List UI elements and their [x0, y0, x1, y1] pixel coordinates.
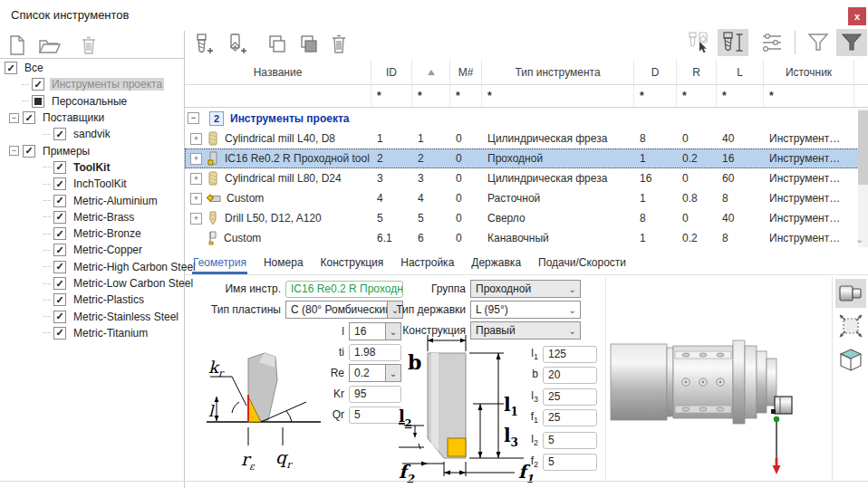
holder-l1-field[interactable]: 125: [543, 346, 597, 363]
column-header-sort[interactable]: [412, 60, 450, 84]
plate-type-select[interactable]: C (80° Ромбический ⌄: [285, 301, 403, 319]
tab-numbers[interactable]: Номера: [263, 254, 304, 274]
tree-item-metric-plastics[interactable]: Metric-Plastics: [0, 292, 183, 308]
holder-type-select[interactable]: L (95°) ⌄: [470, 301, 581, 319]
add-turning-tool-button[interactable]: [227, 33, 248, 56]
filter-cell[interactable]: *: [764, 85, 854, 107]
insert-re-select[interactable]: 0.2 ⌄: [349, 364, 401, 382]
column-header-m[interactable]: M#: [450, 60, 482, 84]
column-header-source[interactable]: Источник: [764, 60, 854, 84]
filter-cell[interactable]: *: [412, 85, 450, 107]
holder-f2-field[interactable]: 5: [543, 454, 597, 471]
tab-feeds-speeds[interactable]: Подачи/Скорости: [537, 254, 627, 274]
holder-l2-field[interactable]: 5: [543, 432, 597, 449]
checkbox-partial[interactable]: [32, 95, 44, 108]
view-3d-button[interactable]: [835, 279, 866, 308]
tab-geometry[interactable]: Геометрия: [192, 254, 247, 274]
holder-f1-field[interactable]: 25: [543, 409, 597, 426]
close-button[interactable]: x: [848, 7, 866, 25]
expand-row-icon[interactable]: +: [190, 213, 202, 225]
tree-item-inchtoolkit[interactable]: InchToolKit: [0, 176, 183, 192]
table-row-selected[interactable]: + IC16 Re0.2 R Проходной tool 2 2 0 Прох…: [185, 148, 868, 168]
group-select[interactable]: Проходной ⌄: [470, 280, 581, 298]
expand-row-icon[interactable]: +: [190, 153, 202, 165]
checkbox-checked[interactable]: [32, 78, 44, 91]
column-header-l[interactable]: L: [717, 60, 764, 84]
filter-cell[interactable]: *: [634, 85, 677, 107]
insert-qr-field[interactable]: 5: [349, 407, 401, 424]
tab-holder[interactable]: Державка: [470, 254, 522, 274]
filter-cell[interactable]: *: [677, 85, 717, 107]
pick-tool-from-screen-button[interactable]: [685, 29, 714, 56]
checkbox-checked[interactable]: [53, 293, 66, 306]
filter-cell-name[interactable]: [185, 85, 371, 107]
tree-item-toolkit[interactable]: ToolKit: [0, 159, 183, 176]
checkbox-checked[interactable]: [5, 62, 17, 74]
column-header-d[interactable]: D: [634, 60, 677, 84]
collapse-branch-icon[interactable]: −: [9, 146, 19, 156]
tree-item-metric-titanium[interactable]: Metric-Titanium: [0, 325, 183, 341]
add-mill-tool-button[interactable]: [193, 33, 215, 56]
tree-item-metric-stainless-steel[interactable]: Metric-Stainless Steel: [0, 308, 183, 324]
collapse-group-icon[interactable]: −: [188, 112, 199, 124]
collapse-branch-icon[interactable]: −: [9, 113, 19, 123]
checkbox-checked[interactable]: [53, 211, 66, 224]
filter-cell[interactable]: *: [371, 85, 412, 107]
new-library-button[interactable]: [7, 34, 27, 56]
table-row[interactable]: Custom 6.1 6 0 Канавочный 1 0.2 8 Инстру…: [185, 228, 868, 248]
expand-row-icon[interactable]: +: [190, 173, 202, 185]
checkbox-checked[interactable]: [53, 244, 66, 256]
tree-item-all[interactable]: Все: [0, 60, 183, 76]
view-options-button[interactable]: [757, 29, 786, 56]
paste-tool-button[interactable]: [298, 33, 318, 55]
table-row[interactable]: + Cylindrical mill L80, D24 3 3 0 Цилинд…: [185, 168, 868, 188]
table-row[interactable]: + Drill L50, D12, A120 5 5 0 Сверло 8 0 …: [185, 208, 868, 228]
checkbox-checked[interactable]: [53, 277, 66, 290]
column-header-r[interactable]: R: [677, 60, 717, 84]
tab-construction[interactable]: Конструкция: [320, 254, 385, 274]
insert-kr-field[interactable]: 95: [349, 386, 401, 403]
checkbox-checked[interactable]: [53, 311, 66, 323]
column-header-id[interactable]: ID: [371, 60, 412, 84]
insert-ti-field[interactable]: 1.98: [349, 344, 401, 361]
tab-setup[interactable]: Настройка: [400, 254, 455, 274]
isometric-view-button[interactable]: [835, 346, 866, 375]
open-library-button[interactable]: [38, 34, 62, 56]
copy-tool-button[interactable]: [266, 33, 286, 55]
expand-row-icon[interactable]: +: [190, 193, 202, 205]
tree-item-metric-bronze[interactable]: Metric-Bronze: [0, 225, 183, 242]
tree-item-metric-brass[interactable]: Metric-Brass: [0, 209, 183, 225]
tree-item-examples[interactable]: − Примеры: [0, 142, 183, 158]
delete-library-button[interactable]: [80, 34, 98, 56]
tool-name-field[interactable]: IC16 Re0.2 R Проходн: [285, 281, 403, 298]
checkbox-checked[interactable]: [53, 128, 66, 140]
tool-dimensions-toggle[interactable]: [718, 29, 748, 56]
tree-item-sandvik[interactable]: sandvik: [0, 126, 183, 142]
expand-row-icon[interactable]: +: [190, 133, 202, 145]
scrollbar-down-icon[interactable]: ⌄: [855, 234, 863, 245]
scrollbar-thumb[interactable]: [858, 110, 868, 185]
table-row[interactable]: + Custom 4 4 0 Расточной 1 0.8 8 Инструм…: [185, 188, 868, 208]
checkbox-checked[interactable]: [53, 177, 66, 190]
filter-toggle[interactable]: [836, 29, 867, 56]
filter-cell[interactable]: *: [482, 85, 634, 107]
checkbox-checked[interactable]: [53, 161, 66, 174]
column-header-type[interactable]: Тип инструмента: [482, 60, 634, 84]
column-header-name[interactable]: Название: [185, 60, 371, 84]
checkbox-checked[interactable]: [53, 327, 66, 340]
tree-item-metric-aluminium[interactable]: Metric-Aluminium: [0, 192, 183, 208]
checkbox-checked[interactable]: [53, 195, 66, 207]
checkbox-checked[interactable]: [53, 227, 66, 240]
filter-cell[interactable]: *: [717, 85, 764, 107]
table-row[interactable]: + Cylindrical mill L40, D8 1 1 0 Цилиндр…: [185, 129, 868, 148]
delete-tool-button[interactable]: [330, 33, 348, 55]
tree-item-metric-copper[interactable]: Metric-Copper: [0, 242, 183, 258]
filter-cell[interactable]: *: [450, 85, 482, 107]
tree-item-metric-low-carbon-steel[interactable]: Metric-Low Carbon Steel: [0, 275, 183, 292]
checkbox-checked[interactable]: [53, 261, 66, 273]
tree-item-project-tools[interactable]: Инструменты проекта: [0, 76, 183, 92]
tree-item-suppliers[interactable]: − Поставщики: [0, 110, 183, 126]
group-row-project-tools[interactable]: − 2 Инструменты проекта: [185, 108, 868, 129]
tree-item-personal[interactable]: Персональные: [0, 93, 183, 110]
tree-item-metric-high-carbon-steel[interactable]: Metric-High Carbon Steel: [0, 259, 183, 275]
